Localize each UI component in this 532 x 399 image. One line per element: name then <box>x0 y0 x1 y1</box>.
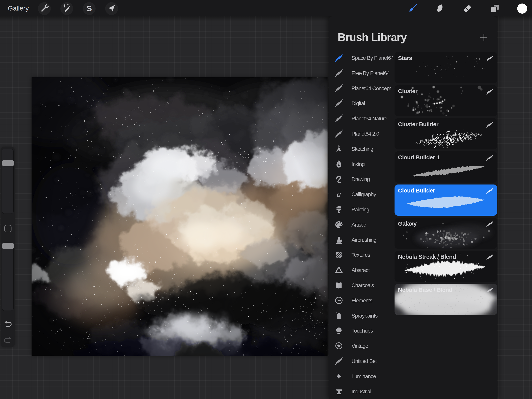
svg-text:S: S <box>86 4 92 13</box>
svg-text:a: a <box>337 190 341 199</box>
